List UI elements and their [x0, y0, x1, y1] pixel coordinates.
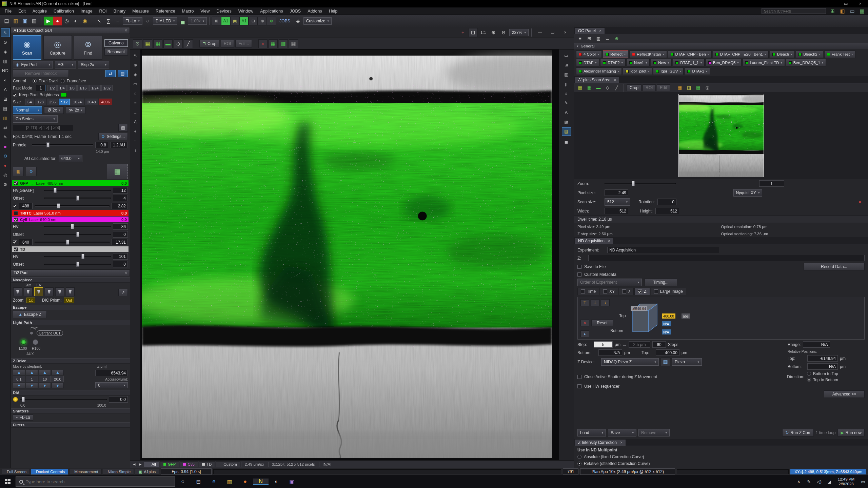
oc-config-button[interactable]: Frank Test ▾	[824, 50, 856, 58]
layout-tab[interactable]: Docked Controls	[31, 469, 68, 474]
chevron-down-icon[interactable]: ▾	[701, 61, 702, 64]
single-view-icon[interactable]: ▭	[562, 52, 571, 60]
chevron-down-icon[interactable]: ▾	[663, 53, 664, 56]
oc-config-button[interactable]: DTAF_1_1 ▾	[673, 59, 705, 66]
auto-contrast-icon[interactable]: A	[1, 85, 10, 94]
tritc-enable-checkbox[interactable]	[14, 211, 18, 215]
oc-config-button[interactable]: DTAF_CHP - Ben ▾	[668, 50, 712, 58]
cube-top-value[interactable]: 400.00	[662, 313, 675, 319]
scan-line-icon[interactable]: ▬	[594, 84, 603, 92]
fast-mode-fraction[interactable]: 1/32	[101, 85, 113, 91]
maximize-button[interactable]: ▭	[840, 0, 852, 7]
stage-position-readout[interactable]: XY=[-2.498, 0.513]mm, Z=6543.940μm	[790, 469, 866, 474]
chevron-down-icon[interactable]: ▾	[679, 70, 681, 73]
oc-config-button[interactable]: Bleach ▾	[770, 50, 795, 58]
menu-item[interactable]: Macro	[179, 7, 197, 15]
close-button[interactable]: ×	[854, 0, 866, 7]
nis-elements-icon[interactable]: N	[253, 479, 269, 485]
zoom-value[interactable]: 1x	[26, 298, 35, 303]
collapse-icon[interactable]: ▾	[577, 44, 578, 48]
camera-settings-icon[interactable]: ◎	[1, 171, 10, 179]
top-to-bottom-radio[interactable]	[807, 378, 811, 382]
gfp-offset-value[interactable]: 4	[113, 195, 128, 201]
a1-settings-button[interactable]: A1	[239, 17, 249, 25]
grid-overlay-icon[interactable]: #	[562, 89, 571, 98]
chevron-down-icon[interactable]: ▾	[598, 53, 599, 56]
record-icon[interactable]: ●	[53, 17, 62, 25]
timer-icon[interactable]: ◐	[1, 76, 10, 84]
oc-group-header[interactable]: ▾ General	[574, 43, 868, 49]
taskbar-search-input[interactable]	[26, 479, 171, 484]
experiment-input[interactable]	[607, 247, 719, 253]
fast-mode-fraction[interactable]: 1/2	[47, 85, 57, 91]
gfp-offset-slider[interactable]	[44, 196, 111, 201]
roi-overlay-icon[interactable]: ▩	[562, 118, 571, 126]
td-offset-slider[interactable]	[44, 262, 111, 267]
roi-button[interactable]: ROI	[221, 40, 234, 47]
channel-tab[interactable]: Cy5	[180, 461, 198, 467]
cy5-hv-slider[interactable]	[44, 224, 111, 229]
z-step-preset[interactable]: 0.1	[13, 376, 25, 382]
status-scroll-area[interactable]	[213, 469, 561, 474]
doc-minimize-button[interactable]: —	[534, 29, 546, 36]
dia-value[interactable]: 0.0	[109, 396, 128, 403]
laser-640-value[interactable]: 17.31	[112, 239, 128, 245]
live-image[interactable]	[142, 50, 552, 458]
nd-dimension-tab[interactable]: Large Image	[651, 288, 686, 295]
nosepiece-slot-button[interactable]	[55, 287, 64, 296]
blue-gear-icon[interactable]: ⚙	[1, 152, 10, 160]
menu-item[interactable]: Image	[77, 7, 96, 15]
curve-icon[interactable]: ~	[113, 17, 122, 25]
menu-item[interactable]: Applications	[257, 7, 286, 15]
chevron-down-icon[interactable]: ▾	[737, 61, 739, 64]
nosepiece-slot-button[interactable]	[45, 287, 54, 296]
grid-panel-icon[interactable]: ⊞	[1, 95, 10, 103]
minimize-button[interactable]: —	[826, 0, 837, 7]
text-annotation-icon[interactable]: A	[131, 118, 140, 126]
size-option[interactable]: 2048	[85, 99, 98, 105]
dual-view-icon[interactable]: ◐	[71, 17, 80, 25]
oc-config-button[interactable]: Ben_DRAQ5_1 ▾	[786, 59, 826, 66]
scan-area-tab[interactable]: A1plus Scan Area×	[575, 77, 619, 83]
chevron-down-icon[interactable]: ▾	[624, 53, 626, 56]
edge-icon[interactable]: e	[206, 479, 222, 485]
oc-config-button[interactable]: DTAF2 ▾	[600, 59, 626, 66]
chevron-down-icon[interactable]: ▾	[595, 61, 596, 64]
td-enable-checkbox[interactable]	[14, 247, 18, 251]
cy5-channel-header[interactable]: Cy5 Laser 640.0 nm 0.0	[12, 217, 129, 222]
resonant-button[interactable]: Resonant	[104, 48, 128, 56]
remove-combo[interactable]: Remove▾	[638, 429, 670, 436]
histogram-icon[interactable]: ▄	[562, 137, 571, 145]
notification-center-icon[interactable]: ▭	[858, 475, 868, 488]
compact-gui-header[interactable]: A1plus Compact GUI ×	[11, 27, 130, 34]
save-icon[interactable]: ▣	[20, 17, 29, 25]
profile-icon[interactable]: ~	[131, 137, 140, 145]
scan-zoom-slider[interactable]	[605, 181, 676, 186]
fl-filter-combo[interactable]: FL-Lo▾	[123, 17, 142, 25]
line-profile-icon[interactable]: ╱	[184, 39, 193, 48]
td-offset-value[interactable]: 0	[113, 261, 128, 267]
start-button[interactable]	[0, 475, 16, 488]
z-description-input[interactable]	[588, 255, 865, 261]
crop-button[interactable]: Crop	[627, 84, 642, 91]
cy5-hv-value[interactable]: 86	[113, 223, 128, 230]
custom-metadata-checkbox[interactable]	[577, 272, 581, 277]
fast-mode-input[interactable]	[36, 85, 45, 91]
zoom-in-tool-icon[interactable]: ⊕	[131, 61, 140, 69]
close-shutter-checkbox[interactable]	[577, 375, 581, 379]
z-down-fine-button[interactable]: ▼	[39, 383, 51, 388]
nd-tab-checkbox[interactable]	[603, 289, 607, 293]
oc-config-button[interactable]: Reflect ▾	[603, 50, 628, 58]
menu-item[interactable]: Window	[235, 7, 257, 15]
size-option[interactable]: 1024	[71, 99, 84, 105]
z-step-preset[interactable]: 20.0	[52, 376, 64, 382]
piezo-chart-icon[interactable]: ▦	[661, 358, 670, 366]
dia-lamp-icon[interactable]	[13, 397, 18, 402]
absolute-curve-radio[interactable]	[577, 455, 581, 459]
gfp-hv-value[interactable]: 12	[113, 187, 128, 194]
pinhole-value[interactable]: 0.8	[95, 142, 108, 148]
fast-mode-fraction[interactable]: 1/8	[67, 85, 77, 91]
z-position-input[interactable]	[95, 370, 128, 376]
oc-config-button[interactable]: ReflectKristan ▾	[629, 50, 667, 58]
layout-icon[interactable]: ⊞	[212, 17, 221, 25]
